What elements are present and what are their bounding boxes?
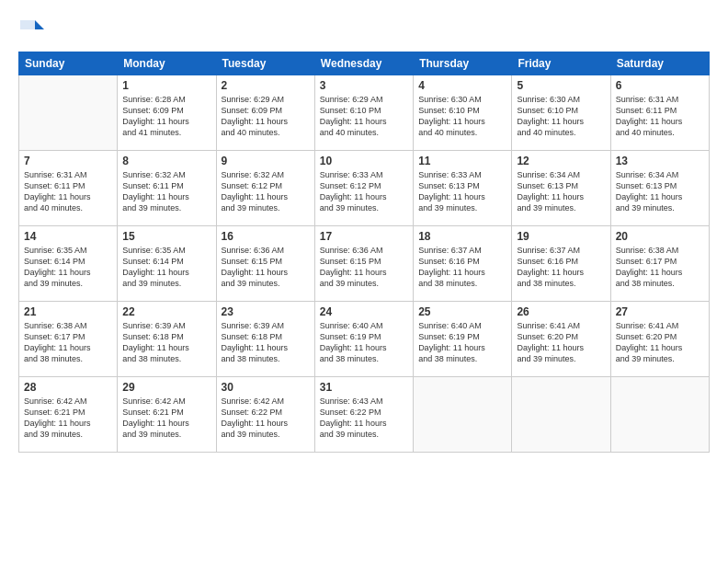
logo-icon	[18, 17, 46, 44]
calendar-cell: 1Sunrise: 6:28 AM Sunset: 6:09 PM Daylig…	[118, 75, 216, 151]
weekday-header-tuesday: Tuesday	[216, 52, 314, 75]
day-info: Sunrise: 6:34 AM Sunset: 6:13 PM Dayligh…	[517, 169, 605, 214]
calendar-cell: 8Sunrise: 6:32 AM Sunset: 6:11 PM Daylig…	[118, 151, 216, 226]
day-number: 5	[517, 79, 605, 92]
day-info: Sunrise: 6:42 AM Sunset: 6:21 PM Dayligh…	[24, 396, 112, 441]
calendar-cell: 20Sunrise: 6:38 AM Sunset: 6:17 PM Dayli…	[610, 226, 709, 302]
day-info: Sunrise: 6:39 AM Sunset: 6:18 PM Dayligh…	[222, 320, 310, 365]
day-number: 20	[616, 230, 704, 243]
day-number: 15	[122, 230, 210, 243]
day-number: 29	[122, 381, 210, 394]
day-number: 22	[122, 305, 210, 318]
weekday-header-sunday: Sunday	[19, 52, 118, 75]
calendar-cell	[610, 377, 709, 453]
calendar-cell: 13Sunrise: 6:34 AM Sunset: 6:13 PM Dayli…	[610, 151, 709, 226]
calendar-cell: 2Sunrise: 6:29 AM Sunset: 6:09 PM Daylig…	[216, 75, 314, 151]
day-number: 19	[517, 230, 605, 243]
day-number: 18	[418, 230, 506, 243]
calendar-cell: 21Sunrise: 6:38 AM Sunset: 6:17 PM Dayli…	[19, 302, 118, 377]
day-number: 28	[24, 381, 112, 394]
weekday-header-row: SundayMondayTuesdayWednesdayThursdayFrid…	[19, 52, 710, 75]
day-number: 23	[222, 305, 310, 318]
weekday-header-saturday: Saturday	[610, 52, 709, 75]
day-info: Sunrise: 6:41 AM Sunset: 6:20 PM Dayligh…	[517, 320, 605, 365]
day-info: Sunrise: 6:38 AM Sunset: 6:17 PM Dayligh…	[616, 245, 704, 290]
calendar-cell: 3Sunrise: 6:29 AM Sunset: 6:10 PM Daylig…	[314, 75, 413, 151]
page: SundayMondayTuesdayWednesdayThursdayFrid…	[0, 0, 728, 563]
calendar-cell: 22Sunrise: 6:39 AM Sunset: 6:18 PM Dayli…	[118, 302, 216, 377]
day-info: Sunrise: 6:36 AM Sunset: 6:15 PM Dayligh…	[222, 245, 310, 290]
calendar-cell: 30Sunrise: 6:42 AM Sunset: 6:22 PM Dayli…	[216, 377, 314, 453]
day-number: 3	[320, 79, 408, 92]
calendar-cell: 6Sunrise: 6:31 AM Sunset: 6:11 PM Daylig…	[610, 75, 709, 151]
weekday-header-friday: Friday	[512, 52, 610, 75]
calendar-cell: 31Sunrise: 6:43 AM Sunset: 6:22 PM Dayli…	[314, 377, 413, 453]
day-info: Sunrise: 6:42 AM Sunset: 6:21 PM Dayligh…	[122, 396, 210, 441]
calendar-cell: 5Sunrise: 6:30 AM Sunset: 6:10 PM Daylig…	[512, 75, 610, 151]
svg-marker-0	[35, 20, 44, 29]
calendar-cell: 7Sunrise: 6:31 AM Sunset: 6:11 PM Daylig…	[19, 151, 118, 226]
day-info: Sunrise: 6:38 AM Sunset: 6:17 PM Dayligh…	[24, 320, 112, 365]
week-row-3: 14Sunrise: 6:35 AM Sunset: 6:14 PM Dayli…	[19, 226, 710, 302]
day-number: 27	[616, 305, 704, 318]
weekday-header-thursday: Thursday	[414, 52, 512, 75]
day-number: 11	[418, 155, 506, 167]
week-row-4: 21Sunrise: 6:38 AM Sunset: 6:17 PM Dayli…	[19, 302, 710, 377]
day-number: 10	[320, 155, 408, 167]
day-number: 17	[320, 230, 408, 243]
calendar-cell	[19, 75, 118, 151]
day-info: Sunrise: 6:32 AM Sunset: 6:11 PM Dayligh…	[122, 169, 210, 214]
calendar-cell: 23Sunrise: 6:39 AM Sunset: 6:18 PM Dayli…	[216, 302, 314, 377]
week-row-5: 28Sunrise: 6:42 AM Sunset: 6:21 PM Dayli…	[19, 377, 710, 453]
day-info: Sunrise: 6:37 AM Sunset: 6:16 PM Dayligh…	[418, 245, 506, 290]
day-info: Sunrise: 6:29 AM Sunset: 6:09 PM Dayligh…	[222, 94, 310, 139]
calendar-cell: 12Sunrise: 6:34 AM Sunset: 6:13 PM Dayli…	[512, 151, 610, 226]
day-info: Sunrise: 6:35 AM Sunset: 6:14 PM Dayligh…	[24, 245, 112, 290]
day-info: Sunrise: 6:31 AM Sunset: 6:11 PM Dayligh…	[616, 94, 704, 139]
calendar-cell: 28Sunrise: 6:42 AM Sunset: 6:21 PM Dayli…	[19, 377, 118, 453]
day-info: Sunrise: 6:36 AM Sunset: 6:15 PM Dayligh…	[320, 245, 408, 290]
calendar: SundayMondayTuesdayWednesdayThursdayFrid…	[18, 52, 710, 453]
day-info: Sunrise: 6:42 AM Sunset: 6:22 PM Dayligh…	[222, 396, 310, 441]
day-info: Sunrise: 6:40 AM Sunset: 6:19 PM Dayligh…	[320, 320, 408, 365]
calendar-cell: 11Sunrise: 6:33 AM Sunset: 6:13 PM Dayli…	[414, 151, 512, 226]
calendar-cell: 24Sunrise: 6:40 AM Sunset: 6:19 PM Dayli…	[314, 302, 413, 377]
day-number: 8	[122, 155, 210, 167]
calendar-cell: 9Sunrise: 6:32 AM Sunset: 6:12 PM Daylig…	[216, 151, 314, 226]
day-info: Sunrise: 6:34 AM Sunset: 6:13 PM Dayligh…	[616, 169, 704, 214]
day-number: 12	[517, 155, 605, 167]
day-info: Sunrise: 6:41 AM Sunset: 6:20 PM Dayligh…	[616, 320, 704, 365]
day-number: 2	[222, 79, 310, 92]
day-info: Sunrise: 6:30 AM Sunset: 6:10 PM Dayligh…	[418, 94, 506, 139]
day-number: 25	[418, 305, 506, 318]
svg-rect-1	[20, 20, 35, 29]
day-info: Sunrise: 6:35 AM Sunset: 6:14 PM Dayligh…	[122, 245, 210, 290]
day-number: 6	[616, 79, 704, 92]
calendar-cell: 27Sunrise: 6:41 AM Sunset: 6:20 PM Dayli…	[610, 302, 709, 377]
week-row-1: 1Sunrise: 6:28 AM Sunset: 6:09 PM Daylig…	[19, 75, 710, 151]
day-info: Sunrise: 6:28 AM Sunset: 6:09 PM Dayligh…	[122, 94, 210, 139]
day-number: 1	[122, 79, 210, 92]
day-info: Sunrise: 6:32 AM Sunset: 6:12 PM Dayligh…	[222, 169, 310, 214]
day-number: 31	[320, 381, 408, 394]
calendar-cell: 15Sunrise: 6:35 AM Sunset: 6:14 PM Dayli…	[118, 226, 216, 302]
weekday-header-monday: Monday	[118, 52, 216, 75]
day-info: Sunrise: 6:33 AM Sunset: 6:13 PM Dayligh…	[418, 169, 506, 214]
day-number: 4	[418, 79, 506, 92]
day-info: Sunrise: 6:40 AM Sunset: 6:19 PM Dayligh…	[418, 320, 506, 365]
calendar-cell: 18Sunrise: 6:37 AM Sunset: 6:16 PM Dayli…	[414, 226, 512, 302]
calendar-cell	[414, 377, 512, 453]
day-number: 26	[517, 305, 605, 318]
calendar-cell: 16Sunrise: 6:36 AM Sunset: 6:15 PM Dayli…	[216, 226, 314, 302]
calendar-cell	[512, 377, 610, 453]
calendar-cell: 10Sunrise: 6:33 AM Sunset: 6:12 PM Dayli…	[314, 151, 413, 226]
logo	[18, 17, 50, 44]
weekday-header-wednesday: Wednesday	[314, 52, 413, 75]
calendar-cell: 14Sunrise: 6:35 AM Sunset: 6:14 PM Dayli…	[19, 226, 118, 302]
day-info: Sunrise: 6:43 AM Sunset: 6:22 PM Dayligh…	[320, 396, 408, 441]
week-row-2: 7Sunrise: 6:31 AM Sunset: 6:11 PM Daylig…	[19, 151, 710, 226]
day-number: 30	[222, 381, 310, 394]
calendar-cell: 17Sunrise: 6:36 AM Sunset: 6:15 PM Dayli…	[314, 226, 413, 302]
calendar-cell: 4Sunrise: 6:30 AM Sunset: 6:10 PM Daylig…	[414, 75, 512, 151]
day-info: Sunrise: 6:37 AM Sunset: 6:16 PM Dayligh…	[517, 245, 605, 290]
